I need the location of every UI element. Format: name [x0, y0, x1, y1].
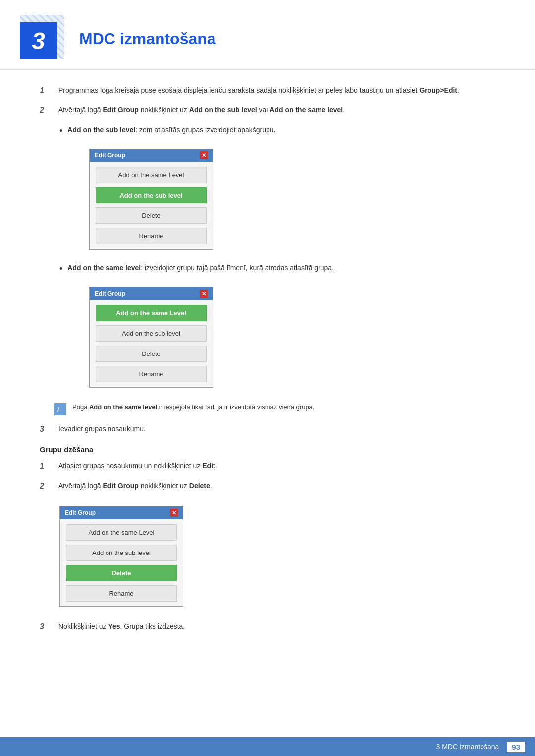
bullet-text-1: Add on the sub level: zem atlasītās grup… — [67, 124, 275, 135]
note-icon-svg: i — [56, 405, 65, 414]
note-row: i Poga Add on the same level ir iespējot… — [54, 403, 495, 415]
dialog-2-title: Edit Group — [95, 290, 125, 297]
bullet-item-2: • Add on the same level: izveidojiet gru… — [59, 262, 495, 276]
delete-step-2-number: 2 — [40, 480, 54, 492]
main-content: 1 Programmas loga kreisajā pusē esošajā … — [0, 75, 535, 670]
dialog-1-wrapper: Edit Group ✕ Add on the same Level Add o… — [89, 149, 213, 250]
dialog-1-btn-sub-level[interactable]: Add on the sub level — [96, 187, 207, 203]
dialog-2-body: Add on the same Level Add on the sub lev… — [90, 300, 213, 387]
footer-chapter-label: 3 MDC izmantošana — [436, 743, 499, 751]
dialog-1-title: Edit Group — [95, 152, 125, 159]
dialog-2-close-btn[interactable]: ✕ — [200, 290, 208, 298]
bullet-item-1: • Add on the sub level: zem atlasītās gr… — [59, 124, 495, 138]
dialog-1-titlebar: Edit Group ✕ — [90, 149, 213, 162]
chapter-number: 3 — [20, 22, 57, 59]
dialog-2-titlebar: Edit Group ✕ — [90, 287, 213, 300]
delete-step-2-text: Atvērtajā logā Edit Group noklikšķiniet … — [58, 480, 495, 491]
note-text: Poga Add on the same level ir iespējota … — [72, 403, 314, 412]
dialog-1-btn-rename[interactable]: Rename — [96, 228, 207, 244]
dialog-1-close-btn[interactable]: ✕ — [200, 151, 208, 159]
step-1-number: 1 — [40, 85, 54, 97]
dialog-1-btn-delete[interactable]: Delete — [96, 207, 207, 224]
delete-step-1: 1 Atlasiet grupas nosaukumu un noklikšķi… — [40, 460, 495, 472]
dialog-2-btn-rename[interactable]: Rename — [96, 366, 207, 382]
dialog-1: Edit Group ✕ Add on the same Level Add o… — [89, 149, 213, 250]
dialog-3-close-btn[interactable]: ✕ — [170, 509, 178, 517]
page-title: MDC izmantošana — [74, 15, 216, 48]
section-heading: Grupu dzēšana — [40, 445, 495, 454]
step-3-text: Ievadiet grupas nosaukumu. — [58, 423, 495, 434]
bullet-section-1: • Add on the sub level: zem atlasītās gr… — [59, 124, 495, 396]
dialog-2-btn-sub-level[interactable]: Add on the sub level — [96, 325, 207, 342]
dialog-2-wrapper: Edit Group ✕ Add on the same Level Add o… — [89, 287, 213, 388]
step-3-number: 3 — [40, 423, 54, 435]
dialog-2-btn-same-level[interactable]: Add on the same Level — [96, 305, 207, 321]
footer-page-number: 93 — [507, 742, 525, 752]
bullet-dot-1: • — [59, 124, 62, 138]
dialog-1-btn-same-level[interactable]: Add on the same Level — [96, 167, 207, 183]
dialog-3-title: Edit Group — [65, 509, 96, 516]
bullet-dot-2: • — [59, 262, 62, 276]
dialog-3-btn-rename[interactable]: Rename — [66, 585, 177, 602]
dialog-1-body: Add on the same Level Add on the sub lev… — [90, 162, 213, 249]
note-icon: i — [54, 403, 66, 415]
dialog-3-body: Add on the same Level Add on the sub lev… — [60, 519, 183, 606]
header: 3 MDC izmantošana — [0, 0, 535, 70]
step-1-text: Programmas loga kreisajā pusē esošajā di… — [58, 85, 495, 96]
bullet-text-2: Add on the same level: izveidojiet grupu… — [67, 262, 334, 273]
delete-step-1-number: 1 — [40, 460, 54, 472]
dialog-3-btn-sub-level[interactable]: Add on the sub level — [66, 545, 177, 561]
dialog-3-btn-delete[interactable]: Delete — [66, 565, 177, 581]
step-2-number: 2 — [40, 104, 54, 116]
delete-step-1-text: Atlasiet grupas nosaukumu un noklikšķini… — [58, 460, 495, 471]
step-3: 3 Ievadiet grupas nosaukumu. — [40, 423, 495, 435]
dialog-2-btn-delete[interactable]: Delete — [96, 346, 207, 362]
footer: 3 MDC izmantošana 93 — [0, 737, 535, 756]
delete-step-2: 2 Atvērtajā logā Edit Group noklikšķinie… — [40, 480, 495, 492]
dialog-3: Edit Group ✕ Add on the same Level Add o… — [59, 506, 183, 607]
delete-step-3: 3 Noklikšķiniet uz Yes. Grupa tiks izdzē… — [40, 621, 495, 633]
delete-step-3-text: Noklikšķiniet uz Yes. Grupa tiks izdzēst… — [58, 621, 495, 632]
delete-step-3-number: 3 — [40, 621, 54, 633]
step-1: 1 Programmas loga kreisajā pusē esošajā … — [40, 85, 495, 97]
dialog-2: Edit Group ✕ Add on the same Level Add o… — [89, 287, 213, 388]
dialog-3-wrapper: Edit Group ✕ Add on the same Level Add o… — [59, 506, 183, 607]
dialog-3-btn-same-level[interactable]: Add on the same Level — [66, 524, 177, 541]
step-2-text: Atvērtajā logā Edit Group noklikšķiniet … — [58, 104, 495, 115]
chapter-box-wrapper: 3 — [20, 15, 64, 59]
step-2: 2 Atvērtajā logā Edit Group noklikšķinie… — [40, 104, 495, 116]
dialog-3-titlebar: Edit Group ✕ — [60, 506, 183, 519]
